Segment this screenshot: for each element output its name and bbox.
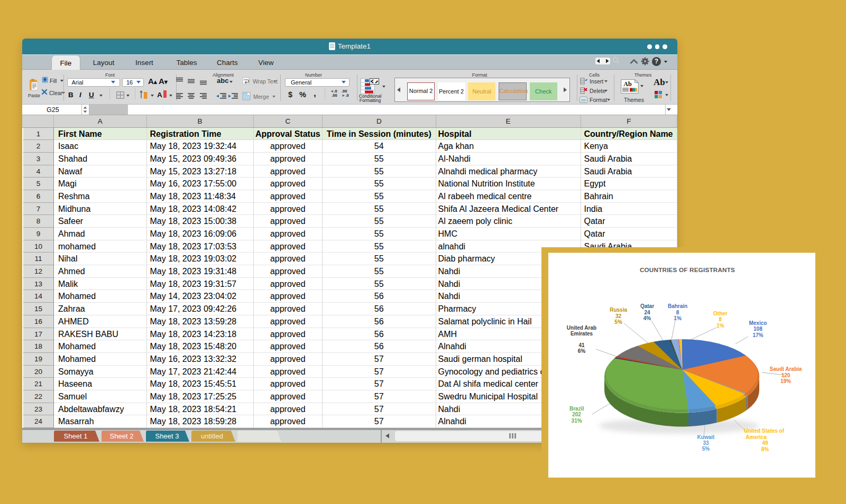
svg-text:41: 41 [578, 342, 585, 348]
svg-text:Mexico: Mexico [749, 320, 767, 326]
svg-text:United States of: United States of [744, 428, 785, 434]
svg-text:120: 120 [781, 372, 790, 378]
svg-text:31%: 31% [572, 418, 582, 424]
svg-text:5%: 5% [614, 319, 622, 325]
svg-text:19%: 19% [780, 378, 791, 384]
svg-text:17%: 17% [752, 332, 763, 338]
svg-text:1%: 1% [716, 323, 724, 329]
svg-text:6%: 6% [578, 348, 586, 354]
svg-text:33: 33 [703, 440, 709, 446]
svg-text:5%: 5% [702, 446, 710, 452]
svg-text:Bahrain: Bahrain [668, 303, 687, 309]
svg-text:108: 108 [753, 326, 762, 332]
svg-text:Other: Other [713, 311, 728, 316]
svg-text:Kuwait: Kuwait [697, 434, 715, 440]
svg-text:Saudi Arabia: Saudi Arabia [770, 366, 802, 372]
svg-text:202: 202 [572, 412, 581, 417]
svg-text:America: America [746, 434, 767, 440]
svg-text:24: 24 [644, 310, 650, 315]
svg-text:United Arab: United Arab [567, 325, 596, 331]
svg-text:32: 32 [615, 313, 622, 319]
svg-text:49: 49 [762, 440, 768, 446]
svg-text:4%: 4% [643, 315, 651, 321]
svg-text:1%: 1% [674, 315, 682, 321]
svg-text:Brazil: Brazil [569, 406, 584, 412]
svg-text:8: 8 [719, 316, 722, 322]
svg-text:Emirates: Emirates [571, 331, 593, 337]
svg-text:COUNTRIES OF REGISTRANTS: COUNTRIES OF REGISTRANTS [640, 266, 735, 273]
svg-text:8: 8 [676, 310, 679, 315]
svg-text:Qatar: Qatar [640, 303, 654, 309]
svg-text:Russia: Russia [610, 307, 627, 313]
svg-text:8%: 8% [761, 446, 769, 452]
